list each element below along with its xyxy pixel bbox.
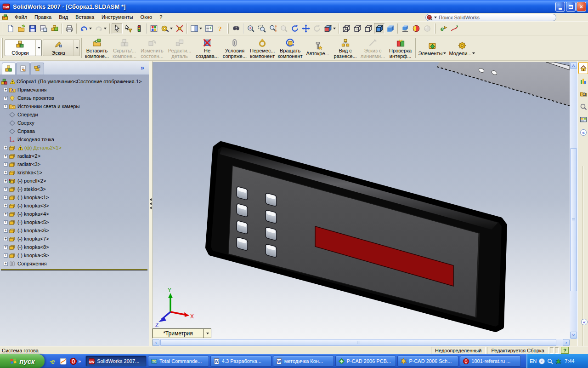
taskpane-splitter[interactable]: [582, 166, 583, 368]
cm-button-Не[interactable]: Несоздава...: [193, 36, 221, 59]
edrawing-button[interactable]: e: [438, 23, 449, 34]
undo-button[interactable]: [79, 23, 93, 34]
select-cursor-button[interactable]: [112, 23, 123, 34]
sketch-entities-button[interactable]: [449, 23, 460, 34]
cm-button-Элементы[interactable]: Элементы: [417, 39, 448, 57]
toolbar-grip[interactable]: [2, 23, 3, 34]
expand-toggle[interactable]: +: [4, 196, 8, 200]
expand-toggle[interactable]: +: [4, 171, 8, 175]
expand-toggle[interactable]: +: [4, 96, 8, 100]
mate-xpert-button[interactable]: [174, 23, 185, 34]
toolbar-grip[interactable]: [227, 23, 229, 34]
tree-item[interactable]: +radiatr<3>: [0, 160, 40, 168]
rollback-bar[interactable]: [1, 269, 147, 270]
tree-item[interactable]: +(-) knopka<9>: [0, 251, 49, 259]
swoosh-quicklaunch-icon[interactable]: [59, 357, 67, 365]
tp-home-button[interactable]: [578, 62, 588, 74]
standard-views-dropdown-icon[interactable]: [333, 28, 336, 29]
menu-item-Инструменты[interactable]: Инструменты: [98, 13, 137, 21]
tree-item[interactable]: +(-) knopka<1>: [0, 193, 49, 201]
status-help-button[interactable]: ?: [561, 347, 569, 354]
expand-toggle[interactable]: +: [4, 154, 8, 158]
print-button[interactable]: [64, 23, 75, 34]
graphics-viewport[interactable]: Y X Z: [153, 62, 570, 339]
expand-toggle[interactable]: +: [4, 187, 8, 191]
hidden-lines-removed-button[interactable]: [363, 23, 374, 34]
expand-toggle[interactable]: +: [4, 179, 8, 183]
menu-item-Правка[interactable]: Правка: [31, 13, 55, 21]
save-floppy-button[interactable]: [27, 23, 38, 34]
cm-tab-Сборки[interactable]: Сборки: [5, 40, 42, 56]
tab-propertymanager[interactable]: [16, 63, 30, 75]
tree-item[interactable]: +(-) knopka<4>: [0, 210, 49, 218]
measure-dropdown-icon[interactable]: [170, 28, 173, 29]
tp-library-button[interactable]: [578, 75, 588, 87]
cm-tab-Эскиз[interactable]: Эскиз: [43, 40, 80, 56]
task-pane-button[interactable]: [189, 23, 204, 34]
tree-item[interactable]: Справа: [0, 127, 35, 135]
search-box[interactable]: Поиск SolidWorks: [425, 14, 556, 21]
make-drawing-button[interactable]: [38, 23, 49, 34]
pan-view-button[interactable]: [300, 23, 311, 34]
rotate-view-button[interactable]: [289, 23, 300, 34]
tree-item[interactable]: +radiatr<2>: [0, 152, 40, 160]
cm-button-Эскиз с[interactable]: Эскиз слиниями...: [359, 36, 387, 59]
view-previous-button[interactable]: [231, 23, 242, 34]
expand-toggle[interactable]: +: [4, 104, 8, 109]
tree-item[interactable]: +(ф) Деталь2<1>: [0, 144, 62, 152]
search-dropdown-icon[interactable]: [434, 17, 437, 18]
tp-collapse-bottom-button[interactable]: «: [579, 316, 588, 328]
view-orientation-arrow[interactable]: [203, 329, 211, 338]
tree-item[interactable]: +Сопряжения: [0, 259, 47, 268]
appearance-button[interactable]: [411, 23, 422, 34]
scroll-down-button[interactable]: ˅: [570, 332, 577, 339]
redo-dropdown-icon[interactable]: [104, 28, 107, 29]
tree-item[interactable]: +krishka<1>: [0, 168, 42, 177]
scroll-up-button[interactable]: ˄: [570, 62, 577, 69]
tp-explorer-button[interactable]: [578, 88, 588, 100]
shaded-button[interactable]: [385, 23, 396, 34]
expand-toggle[interactable]: +: [4, 229, 8, 233]
tree-item[interactable]: +(-) steklo<3>: [0, 185, 46, 193]
taskbar-button[interactable]: 1001-referat.ru ...: [460, 356, 521, 367]
cm-button-Проверка[interactable]: Проверкаинтерф...: [387, 36, 414, 59]
expand-toggle[interactable]: +: [4, 146, 8, 150]
expand-toggle[interactable]: +: [4, 253, 8, 258]
expand-toggle[interactable]: +: [4, 245, 8, 249]
horizontal-scroll-thumb[interactable]: [160, 339, 556, 346]
cm-button-Редакти...[interactable]: Редакти...деталь: [166, 36, 193, 59]
standard-views-button[interactable]: [322, 23, 337, 34]
toolbar-grip[interactable]: [435, 23, 436, 34]
cm-tab-dropdown[interactable]: [35, 40, 41, 56]
wireframe-button[interactable]: [341, 23, 352, 34]
cm-button-Автокре...[interactable]: Автокре...: [304, 39, 332, 57]
tree-item[interactable]: Сверху: [0, 119, 34, 127]
tp-collapse-button[interactable]: «: [578, 126, 588, 138]
tray-bug-icon[interactable]: [555, 358, 562, 365]
zoom-fit-button[interactable]: [245, 23, 256, 34]
expand-toggle[interactable]: +: [4, 204, 8, 208]
help-button[interactable]: ?: [215, 23, 226, 34]
tree-item[interactable]: +Связь проектов: [0, 94, 54, 102]
tree-item[interactable]: Исходная точка: [0, 135, 54, 144]
tab-featuremanager[interactable]: [2, 63, 16, 75]
measure-button[interactable]: [159, 23, 174, 34]
tree-item[interactable]: +(-) knopka<5>: [0, 218, 49, 226]
cm-button-Условия[interactable]: Условиясопряже...: [221, 36, 249, 59]
hidden-lines-visible-button[interactable]: [352, 23, 363, 34]
zoom-area-button[interactable]: [256, 23, 267, 34]
taskbar-button[interactable]: SWSolidWorks 2007...: [85, 356, 147, 367]
options-list-button[interactable]: [204, 23, 215, 34]
language-indicator[interactable]: EN: [530, 358, 537, 364]
taskbar-button[interactable]: TCTotal Commande...: [148, 356, 209, 367]
tray-zoom-icon[interactable]: [547, 358, 554, 365]
cm-button-Модели...[interactable]: Модели...: [447, 39, 476, 57]
scroll-left-button[interactable]: ‹: [153, 339, 159, 346]
commandmanager-grip[interactable]: [1, 38, 3, 58]
rotate-about-button[interactable]: [311, 23, 322, 34]
expand-toggle[interactable]: +: [4, 88, 8, 92]
menu-item-Окно[interactable]: Окно: [137, 13, 156, 21]
shadows-button[interactable]: [400, 23, 411, 34]
expand-toggle[interactable]: +: [4, 237, 8, 241]
color-palette-button[interactable]: [148, 23, 159, 34]
